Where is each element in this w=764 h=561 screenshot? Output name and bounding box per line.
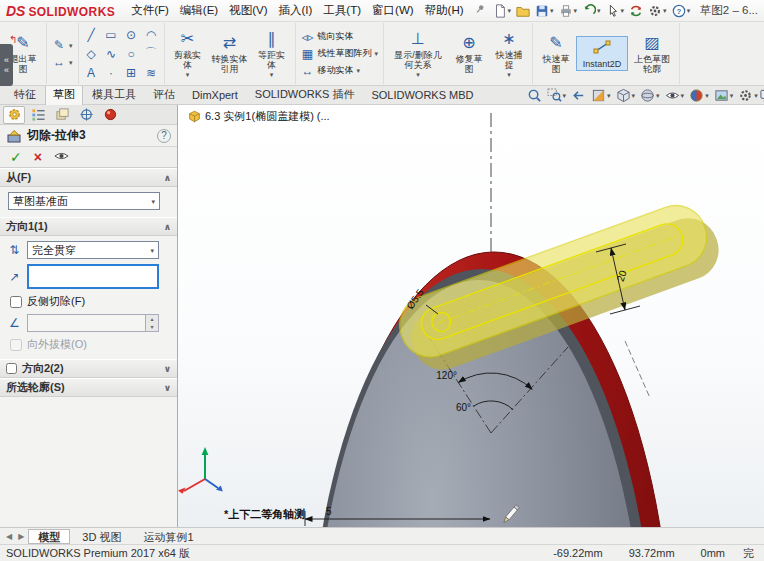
draft-angle-input[interactable]: ▴ ▾ [27, 314, 159, 332]
tab-mold-tools[interactable]: 模具工具 [84, 84, 144, 106]
draft-outward-checkbox[interactable] [10, 339, 22, 351]
graphics-viewport[interactable]: 6.3 实例1(椭圆盖建模) (... [178, 105, 764, 527]
configuration-manager-tab[interactable] [51, 106, 73, 124]
convert-entities-button[interactable]: ⇄ 转换实体引用 [208, 31, 252, 76]
tab-solidworks-addins[interactable]: SOLIDWORKS 插件 [247, 84, 363, 106]
open-button[interactable] [514, 2, 532, 20]
dim-5[interactable]: 5 [326, 506, 332, 517]
move-entities-button[interactable]: ↔ 移动实体 ▾ [299, 63, 381, 79]
apply-scene-button[interactable]: ▾ [714, 88, 734, 103]
feature-manager-tab[interactable] [27, 106, 49, 124]
mirror-entities-button[interactable]: ◃▹ 镜向实体 [299, 29, 381, 45]
section-direction1-header[interactable]: 方向1(1) ∧ [0, 217, 177, 236]
flip-side-checkbox[interactable] [10, 296, 22, 308]
menu-help[interactable]: 帮助(H) [420, 1, 469, 20]
menu-tools[interactable]: 工具(T) [318, 1, 366, 20]
end-condition-select[interactable]: 完全贯穿 ▾ [27, 241, 159, 259]
panel-flyout-tab[interactable]: « « [0, 44, 13, 86]
shaded-sketch-contours-button[interactable]: ▨ 上色草图轮廓 [628, 31, 676, 76]
ellipse-tool-button[interactable]: ○ [122, 45, 141, 63]
reverse-direction-icon[interactable]: ⇅ [6, 243, 23, 257]
ok-button[interactable]: ✓ [10, 149, 22, 165]
display-style-button[interactable]: ▾ [640, 88, 660, 103]
trim-entities-button[interactable]: ✂ 剪裁实体 ▾ [168, 27, 208, 80]
polygon-tool-button[interactable]: ◇ [82, 45, 101, 63]
view-orientation-button[interactable]: ▾ [616, 88, 636, 103]
dimxpert-manager-tab[interactable] [75, 106, 97, 124]
tab-dimxpert[interactable]: DimXpert [184, 86, 246, 105]
circle-tool-button[interactable]: ⊙ [122, 26, 141, 44]
view-settings-button[interactable]: ▾ [738, 88, 758, 103]
menu-pin-icon[interactable] [474, 3, 486, 18]
rectangle-tool-button[interactable]: ▭ [102, 26, 121, 44]
tab-scroll-right-icon[interactable]: ▶ [16, 532, 26, 541]
plane-tool-button[interactable]: ⊞ [122, 64, 141, 82]
section-direction2-header[interactable]: 方向2(2) ∨ [0, 359, 177, 378]
instant2d-button[interactable]: Instant2D [576, 36, 628, 71]
dropdown-caret: ▾ [621, 7, 625, 14]
property-manager-tab[interactable] [3, 106, 25, 124]
tab-solidworks-mbd[interactable]: SOLIDWORKS MBD [363, 86, 481, 105]
ribbon-group-rapid: ✎ 快速草图 Instant2D ▨ 上色草图轮廓 [533, 23, 680, 84]
hide-show-items-button[interactable]: ▾ [665, 88, 685, 103]
spin-down-icon[interactable]: ▾ [146, 323, 158, 331]
dim-angle-120[interactable]: 120° [436, 370, 457, 381]
direction2-checkbox[interactable] [6, 363, 17, 374]
spin-up-icon[interactable]: ▴ [146, 315, 158, 323]
point-tool-button[interactable]: ∙ [102, 64, 121, 82]
tab-sketch[interactable]: 草图 [45, 84, 83, 106]
fillet-tool-button[interactable]: ⌒ [142, 45, 161, 63]
undo-button[interactable]: ▾ [580, 2, 603, 20]
menu-insert[interactable]: 插入(I) [274, 1, 318, 20]
menu-file[interactable]: 文件(F) [126, 1, 174, 20]
menu-view[interactable]: 视图(V) [224, 1, 272, 20]
tab-evaluate[interactable]: 评估 [145, 84, 183, 106]
tab-features[interactable]: 特征 [6, 84, 44, 106]
instant2d-icon [593, 38, 611, 58]
rebuild-button[interactable] [627, 2, 645, 20]
quick-snaps-button[interactable]: ∗ 快速捕捉 ▾ [489, 27, 529, 80]
zoom-fit-button[interactable] [527, 88, 542, 103]
dropdown-caret: ▾ [607, 92, 611, 99]
smart-dimension-button[interactable]: ↔ ▾ [50, 54, 75, 70]
help-button[interactable]: ? ▾ [670, 2, 693, 20]
tab-motion-study[interactable]: 运动算例1 [133, 529, 203, 544]
section-selected-contours-header[interactable]: 所选轮廓(S) ∨ [0, 378, 177, 397]
offset-entities-button[interactable]: ∥ 等距实体 ▾ [252, 27, 292, 80]
menu-window[interactable]: 窗口(W) [367, 1, 419, 20]
sketch-button[interactable]: ✎ ▾ [50, 37, 75, 53]
preview-eye-button[interactable] [54, 150, 69, 165]
section-view-button[interactable]: ▾ [591, 88, 611, 103]
3d-model-scene[interactable]: 120° 60° 20 [178, 105, 764, 527]
cancel-button[interactable]: × [34, 149, 42, 165]
tab-model[interactable]: 模型 [28, 529, 70, 544]
previous-view-button[interactable] [571, 88, 586, 103]
arc-tool-button[interactable]: ◠ [142, 26, 161, 44]
tab-scroll-left-icon[interactable]: ◀ [4, 532, 14, 541]
line-tool-button[interactable]: ╱ [82, 26, 101, 44]
options-button[interactable]: ▾ [646, 2, 669, 20]
zoom-area-button[interactable]: ▾ [547, 88, 567, 103]
edit-appearance-button[interactable]: ▾ [689, 88, 709, 103]
print-button[interactable]: ▾ [557, 2, 580, 20]
tab-3d-views[interactable]: 3D 视图 [72, 529, 131, 544]
display-delete-relations-button[interactable]: ⊥ 显示/删除几何关系 ▾ [387, 27, 449, 80]
dim-angle-60[interactable]: 60° [456, 402, 471, 413]
direction-reference-box[interactable] [27, 264, 159, 289]
select-button[interactable]: ▾ [604, 2, 627, 20]
section-from-header[interactable]: 从(F) ∧ [0, 168, 177, 187]
repair-sketch-button[interactable]: ⊕ 修复草图 [449, 31, 489, 76]
equation-curve-tool-button[interactable]: ≋ [142, 64, 161, 82]
spline-tool-button[interactable]: ∿ [102, 45, 121, 63]
start-condition-select[interactable]: 草图基准面 ▾ [8, 192, 160, 210]
new-document-button[interactable]: ▾ [491, 2, 514, 20]
menu-edit[interactable]: 编辑(E) [175, 1, 223, 20]
save-button[interactable]: ▾ [533, 2, 556, 20]
pm-help-icon[interactable]: ? [157, 129, 171, 143]
rapid-sketch-button[interactable]: ✎ 快速草图 [536, 31, 576, 76]
text-tool-button[interactable]: A [82, 64, 101, 82]
display-manager-tab[interactable] [99, 106, 121, 124]
linear-sketch-pattern-button[interactable]: ▦ 线性草图阵列 ▾ [299, 46, 381, 62]
fullscreen-button[interactable]: ▾ [759, 88, 764, 103]
dropdown-caret: ▾ [632, 92, 636, 99]
